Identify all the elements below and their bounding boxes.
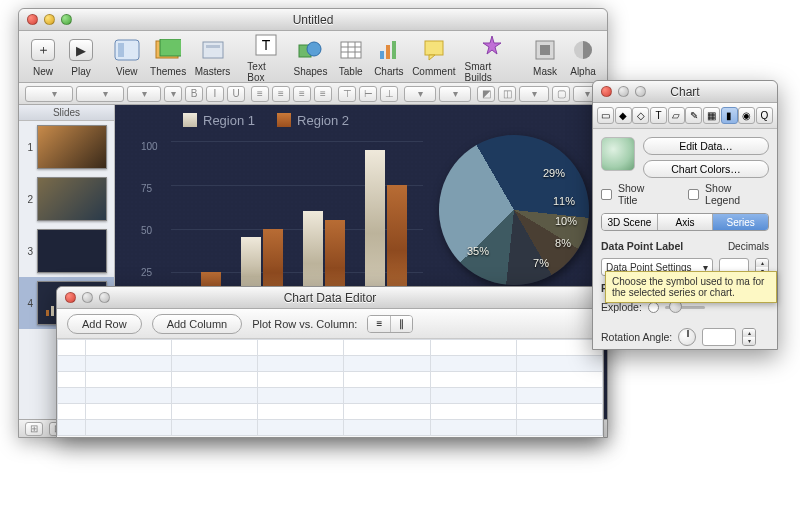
shapes-button[interactable]: Shapes xyxy=(290,36,331,77)
tab-axis[interactable]: Axis xyxy=(657,214,713,230)
rotation-label: Rotation Angle: xyxy=(601,331,672,343)
show-title-checkbox[interactable] xyxy=(601,189,612,200)
swatch-region1 xyxy=(183,113,197,127)
font-family-select[interactable]: ▾ xyxy=(25,86,73,102)
columns-select[interactable]: ▾ xyxy=(439,86,471,102)
align-right-button[interactable]: ≡ xyxy=(293,86,311,102)
text-inspector-icon[interactable]: T xyxy=(650,107,667,124)
plot-orientation-label: Plot Row vs. Column: xyxy=(252,318,357,330)
outline-toggle[interactable]: ⊞ xyxy=(25,422,43,436)
svg-rect-10 xyxy=(341,42,361,58)
slide-thumb-1[interactable]: 1 xyxy=(19,121,114,173)
help-tooltip: Choose the symbol used to ma for the sel… xyxy=(605,271,777,303)
svg-rect-4 xyxy=(203,42,223,58)
chart-inspector-icon[interactable]: ▮ xyxy=(721,107,738,124)
pie-label-8: 8% xyxy=(555,237,571,249)
chart-type-well[interactable] xyxy=(601,137,635,171)
font-size-select[interactable]: ▾ xyxy=(127,86,161,102)
svg-marker-20 xyxy=(483,36,501,54)
show-legend-checkbox[interactable] xyxy=(688,189,699,200)
italic-button[interactable]: I xyxy=(206,86,224,102)
bar-legend: Region 1 Region 2 xyxy=(183,113,423,128)
decimals-label: Decimals xyxy=(728,241,769,252)
explode-radio[interactable] xyxy=(648,302,659,313)
add-row-button[interactable]: Add Row xyxy=(67,314,142,334)
svg-rect-1 xyxy=(118,43,124,57)
plus-icon: ＋ xyxy=(31,39,55,61)
table-inspector-icon[interactable]: ▦ xyxy=(703,107,720,124)
inspector-title: Chart xyxy=(593,85,777,99)
font-style-select[interactable]: ▾ xyxy=(76,86,124,102)
new-button[interactable]: ＋New xyxy=(25,36,61,77)
play-icon: ▶ xyxy=(69,39,93,61)
pie-label-11: 11% xyxy=(553,195,575,207)
cde-title: Chart Data Editor xyxy=(57,291,603,305)
align-left-button[interactable]: ≡ xyxy=(251,86,269,102)
charts-button[interactable]: Charts xyxy=(371,36,407,77)
svg-rect-16 xyxy=(386,45,390,59)
pie-label-10: 10% xyxy=(555,215,577,227)
svg-marker-19 xyxy=(429,55,435,60)
document-inspector-icon[interactable]: ▭ xyxy=(597,107,614,124)
pie-chart[interactable] xyxy=(412,108,607,313)
plot-orientation-toggle[interactable]: ≡∥ xyxy=(367,315,413,333)
slide-thumb-2[interactable]: 2 xyxy=(19,173,114,225)
mask-button[interactable]: Mask xyxy=(527,36,563,77)
metrics-inspector-icon[interactable]: ✎ xyxy=(685,107,702,124)
textbox-button[interactable]: TText Box xyxy=(243,31,288,83)
svg-rect-18 xyxy=(425,41,443,55)
valign-mid-button[interactable]: ⊢ xyxy=(359,86,377,102)
opacity-select[interactable]: ▾ xyxy=(519,86,549,102)
slide-inspector-icon[interactable]: ◆ xyxy=(615,107,632,124)
play-button[interactable]: ▶Play xyxy=(63,36,99,77)
valign-bot-button[interactable]: ⊥ xyxy=(380,86,398,102)
tab-series[interactable]: Series xyxy=(712,214,768,230)
table-button[interactable]: Table xyxy=(333,36,369,77)
chart-data-editor-window: Chart Data Editor Add Row Add Column Plo… xyxy=(56,286,604,438)
add-column-button[interactable]: Add Column xyxy=(152,314,243,334)
shadow-toggle[interactable]: ▢ xyxy=(552,86,570,102)
slide-thumb-3[interactable]: 3 xyxy=(19,225,114,277)
rotation-field[interactable] xyxy=(702,328,736,346)
chart-subtabs[interactable]: 3D Scene Axis Series xyxy=(601,213,769,231)
quicktime-inspector-icon[interactable]: Q xyxy=(756,107,773,124)
valign-top-button[interactable]: ⊤ xyxy=(338,86,356,102)
masters-button[interactable]: Masters xyxy=(191,36,233,77)
row-series-icon: ≡ xyxy=(368,316,390,332)
graphic-inspector-icon[interactable]: ▱ xyxy=(668,107,685,124)
data-table[interactable] xyxy=(57,339,603,436)
inspector-tabs: ▭ ◆ ◇ T ▱ ✎ ▦ ▮ ◉ Q xyxy=(593,103,777,129)
tab-3dscene[interactable]: 3D Scene xyxy=(602,214,657,230)
spacing-select[interactable]: ▾ xyxy=(404,86,436,102)
svg-text:T: T xyxy=(261,37,270,53)
toolbar: ＋New ▶Play View Themes Masters TText Box… xyxy=(19,31,607,83)
sidebar-header: Slides xyxy=(19,105,114,121)
bold-button[interactable]: B xyxy=(185,86,203,102)
rotation-stepper[interactable]: ▴▾ xyxy=(742,328,756,346)
svg-rect-15 xyxy=(380,51,384,59)
themes-button[interactable]: Themes xyxy=(147,36,190,77)
svg-rect-5 xyxy=(206,45,220,48)
hyperlink-inspector-icon[interactable]: ◉ xyxy=(738,107,755,124)
chart-colors-button[interactable]: Chart Colors… xyxy=(643,160,769,178)
comment-button[interactable]: Comment xyxy=(409,36,459,77)
underline-button[interactable]: U xyxy=(227,86,245,102)
align-center-button[interactable]: ≡ xyxy=(272,86,290,102)
titlebar[interactable]: Untitled xyxy=(19,9,607,31)
svg-point-9 xyxy=(307,42,321,56)
edit-data-button[interactable]: Edit Data… xyxy=(643,137,769,155)
pie-label-35: 35% xyxy=(467,245,489,257)
format-bar: ▾ ▾ ▾ ▾ B I U ≡ ≡ ≡ ≡ ⊤ ⊢ ⊥ ▾ ▾ ◩ ◫ ▾ ▢ … xyxy=(19,83,607,105)
stroke-color[interactable]: ◫ xyxy=(498,86,516,102)
view-button[interactable]: View xyxy=(109,36,145,77)
align-justify-button[interactable]: ≡ xyxy=(314,86,332,102)
chart-icon xyxy=(378,39,400,61)
dp-label-heading: Data Point Label xyxy=(601,240,683,252)
smartbuilds-button[interactable]: Smart Builds xyxy=(461,31,523,83)
alpha-button[interactable]: Alpha xyxy=(565,36,601,77)
color-swatch[interactable]: ▾ xyxy=(164,86,182,102)
column-series-icon: ∥ xyxy=(390,316,412,332)
rotation-dial[interactable] xyxy=(678,328,696,346)
build-inspector-icon[interactable]: ◇ xyxy=(632,107,649,124)
fill-color[interactable]: ◩ xyxy=(477,86,495,102)
